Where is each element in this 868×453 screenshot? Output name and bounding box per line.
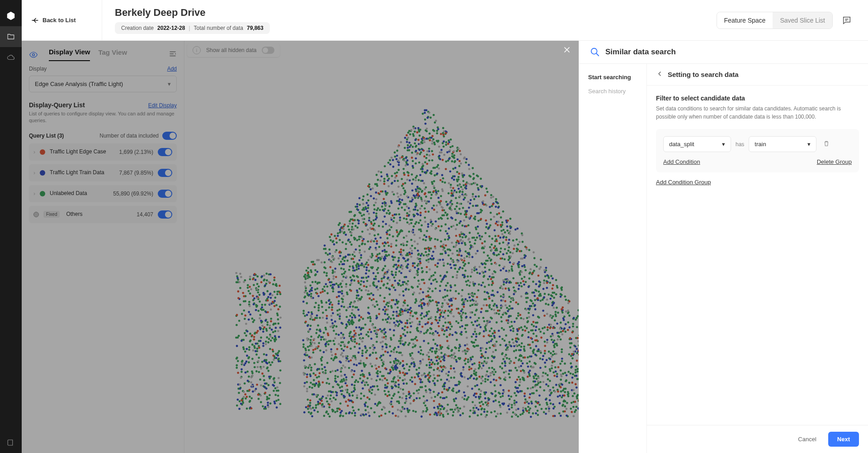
arrow-left-icon [656,70,663,77]
add-condition-link[interactable]: Add Condition [663,158,700,165]
arrow-left-icon [31,16,39,24]
hexagon-icon [6,11,16,21]
nav-logo[interactable] [0,5,22,26]
condition-operator: has [736,141,744,148]
total-label: Total number of data [194,25,243,31]
step-title: Setting to search data [668,71,739,78]
delete-condition-button[interactable] [821,138,832,150]
nav-rail [0,0,22,453]
chat-button[interactable] [838,12,855,29]
condition-group: data_split ▾ has train ▾ [656,129,859,172]
page-title: Berkely Deep Drive [115,7,270,19]
chevron-down-icon: ▾ [807,141,811,148]
nav-docs[interactable] [0,432,22,453]
tab-saved-slice[interactable]: Saved Slice List [773,12,832,29]
creation-label: Creation date [121,25,154,31]
book-icon [7,439,15,447]
condition-field-select[interactable]: data_split ▾ [663,136,731,152]
nav-projects[interactable] [0,26,22,47]
condition-value: train [755,141,766,148]
nav-start-searching[interactable]: Start searching [579,70,646,84]
close-icon [562,45,571,54]
rp-nav: Start searching Search history [579,64,647,453]
step-back-button[interactable] [656,70,663,79]
creation-date: 2022-12-28 [157,25,185,31]
cloud-icon [7,53,15,62]
meta-chip: Creation date 2022-12-28 | Total number … [115,22,270,34]
back-label: Back to List [42,17,76,24]
similar-search-panel: Similar data search Start searching Sear… [579,41,868,453]
total-value: 79,863 [247,25,264,31]
filter-desc: Set data conditions to search for simila… [656,105,859,121]
condition-field-value: data_split [669,141,694,148]
condition-value-select[interactable]: train ▾ [749,136,816,152]
close-button[interactable] [562,45,571,57]
rp-title: Similar data search [605,48,676,57]
filter-title: Filter to select candidate data [656,95,859,102]
header: Back to List Berkely Deep Drive Creation… [22,0,868,41]
nav-cloud[interactable] [0,47,22,68]
nav-search-history[interactable]: Search history [579,84,646,98]
cancel-button[interactable]: Cancel [792,432,822,447]
back-button[interactable]: Back to List [31,16,76,24]
modal-dimmer [22,41,579,453]
chevron-down-icon: ▾ [722,141,725,148]
meta-separator: | [189,25,190,31]
view-segmented: Feature Space Saved Slice List [717,12,833,29]
delete-group-link[interactable]: Delete Group [817,158,852,165]
chat-icon [842,15,852,25]
search-icon [590,47,600,57]
add-condition-group-link[interactable]: Add Condition Group [656,179,711,186]
trash-icon [823,140,830,147]
folder-icon [7,33,15,41]
tab-feature-space[interactable]: Feature Space [717,12,773,29]
next-button[interactable]: Next [828,432,859,447]
